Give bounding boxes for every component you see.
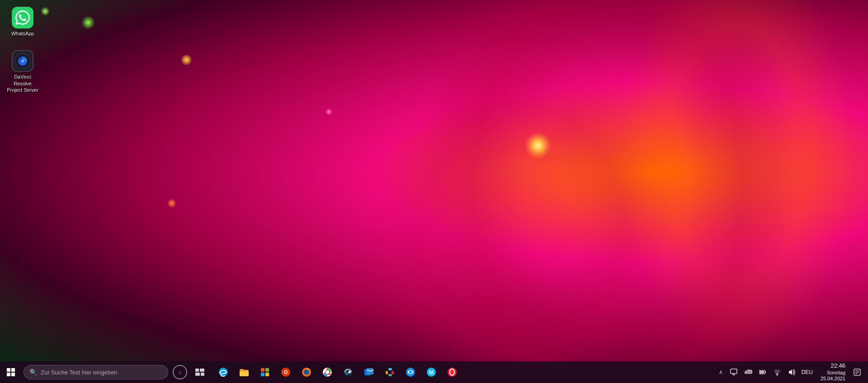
- search-bar[interactable]: 🔍 Zur Suche Text hier eingeben: [24, 365, 168, 379]
- clock-area[interactable]: 22:46 Sonntag 25.04.2021: [816, 362, 848, 382]
- taskbar-app-outlook[interactable]: [359, 362, 379, 382]
- desktop-icons: WhatsApp DaVinci Resolve Proje: [5, 5, 41, 95]
- onedrive-icon: [744, 369, 752, 375]
- svg-point-18: [326, 370, 329, 374]
- volume-icon: [788, 369, 796, 376]
- svg-point-41: [776, 374, 778, 376]
- chrome-icon: [322, 367, 333, 378]
- search-input[interactable]: Zur Suche Text hier eingeben: [41, 369, 162, 376]
- language-indicator[interactable]: DEU: [800, 369, 815, 375]
- tray-onedrive-icon[interactable]: [742, 366, 755, 378]
- edge-icon: [218, 367, 229, 378]
- desktop-icon-davinci[interactable]: DaVinci Resolve Project Server: [5, 48, 41, 95]
- tray-network-icon[interactable]: [771, 366, 783, 378]
- taskbar-app-chrome[interactable]: [317, 362, 337, 382]
- davinci-label-line1: DaVinci Resolve: [7, 74, 38, 87]
- screen-icon: [730, 369, 737, 376]
- windows-logo-icon: [7, 368, 15, 376]
- system-tray: ∧: [712, 362, 868, 382]
- taskbar-app-slack[interactable]: [380, 362, 400, 382]
- svg-rect-25: [386, 371, 388, 374]
- store-icon: [259, 367, 270, 378]
- svg-rect-2: [195, 369, 199, 372]
- chevron-up-icon: ∧: [719, 369, 723, 375]
- firefox-icon: [301, 367, 312, 378]
- search-icon: 🔍: [29, 369, 37, 376]
- svg-rect-35: [731, 369, 737, 374]
- taskbar-app-office[interactable]: O: [276, 362, 296, 382]
- tray-volume-icon[interactable]: [785, 366, 798, 378]
- svg-rect-39: [760, 371, 764, 374]
- cortana-icon: ○: [178, 369, 182, 376]
- pinned-apps: O: [213, 362, 709, 382]
- svg-rect-10: [265, 368, 269, 372]
- task-view-icon: [195, 369, 204, 376]
- svg-rect-27: [388, 374, 392, 376]
- svg-point-1: [21, 60, 24, 62]
- taskbar-app-malwarebytes[interactable]: M: [421, 362, 441, 382]
- clock-day: Sonntag: [827, 370, 845, 376]
- desktop-icon-whatsapp[interactable]: WhatsApp: [5, 5, 41, 39]
- svg-rect-8: [240, 372, 249, 376]
- svg-point-30: [409, 371, 412, 374]
- desktop: WhatsApp DaVinci Resolve Proje: [0, 0, 868, 383]
- taskbar-app-edge[interactable]: [213, 362, 233, 382]
- taskbar-app-steam[interactable]: [338, 362, 358, 382]
- davinci-icon: [12, 50, 33, 72]
- svg-rect-9: [261, 368, 264, 372]
- notification-button[interactable]: [850, 362, 864, 382]
- battery-icon: [759, 369, 766, 376]
- svg-rect-11: [261, 373, 264, 376]
- svg-rect-12: [265, 373, 269, 376]
- task-view-button[interactable]: [192, 364, 208, 380]
- davinci-label-line2: Project Server: [7, 87, 38, 93]
- taskbar-app-opera[interactable]: [442, 362, 462, 382]
- taskbar-app-teamviewer[interactable]: [401, 362, 420, 382]
- taskbar-app-firefox[interactable]: [297, 362, 316, 382]
- svg-text:O: O: [284, 369, 288, 375]
- whatsapp-label: WhatsApp: [11, 30, 34, 37]
- language-label: DEU: [802, 369, 813, 375]
- taskbar-app-store[interactable]: [255, 362, 275, 382]
- show-hidden-icons-button[interactable]: ∧: [716, 367, 726, 377]
- opera-icon: [447, 367, 458, 378]
- svg-point-16: [304, 369, 309, 375]
- petal-layer: [0, 0, 868, 383]
- clock-time: 22:46: [830, 362, 845, 370]
- outlook-icon: [363, 367, 374, 378]
- svg-rect-40: [765, 371, 766, 373]
- svg-text:M: M: [429, 369, 434, 376]
- tray-screen-icon[interactable]: [727, 366, 740, 378]
- explorer-icon: [239, 367, 250, 378]
- tray-battery-icon[interactable]: [756, 366, 769, 378]
- office-icon: O: [280, 367, 291, 378]
- svg-rect-4: [195, 373, 200, 376]
- svg-rect-28: [392, 371, 394, 374]
- taskbar-app-explorer[interactable]: [234, 362, 254, 382]
- whatsapp-icon: [12, 7, 33, 28]
- svg-rect-3: [200, 369, 204, 372]
- clock-date: 25.04.2021: [821, 376, 845, 382]
- svg-point-20: [348, 371, 351, 374]
- malwarebytes-icon: M: [426, 367, 437, 378]
- cortana-button[interactable]: ○: [173, 365, 187, 379]
- teamviewer-icon: [405, 367, 416, 378]
- steam-icon: [343, 367, 354, 378]
- svg-rect-5: [201, 373, 204, 376]
- network-icon: [774, 369, 781, 376]
- svg-rect-26: [388, 368, 392, 370]
- start-button[interactable]: [0, 361, 22, 383]
- notification-icon: [854, 369, 861, 376]
- taskbar: 🔍 Zur Suche Text hier eingeben ○: [0, 361, 868, 383]
- slack-icon: [384, 367, 395, 378]
- svg-point-21: [346, 373, 348, 375]
